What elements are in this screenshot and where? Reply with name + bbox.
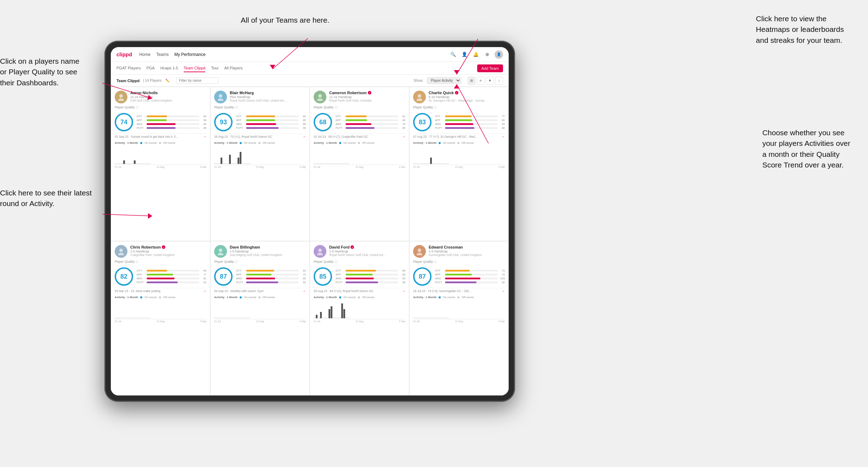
player-card[interactable]: Charlie Quick ✓ 6-10 Handicap St. George… xyxy=(409,87,509,241)
team-header: Team Clippd | 14 Players ✏️ Show: Player… xyxy=(111,75,509,87)
quality-section[interactable]: 83 OTT77 APP80 ARG83 PUTT86 xyxy=(413,113,505,131)
show-label: Show: xyxy=(413,79,423,82)
chart-date-start: 31 Jul xyxy=(214,320,221,323)
chart-date-end: 4 Sep xyxy=(498,166,505,168)
player-name[interactable]: Edward Crossman xyxy=(429,245,505,249)
quality-section[interactable]: 93 OTT84 APP85 ARG88 PUTT95 xyxy=(214,113,306,131)
quality-circle[interactable]: 82 xyxy=(115,267,133,286)
latest-round-arrow: → xyxy=(203,135,206,138)
player-name[interactable]: Dave Billingham xyxy=(230,245,306,249)
quality-circle[interactable]: 74 xyxy=(115,113,133,131)
quality-circle[interactable]: 87 xyxy=(413,267,432,286)
off-course-dot xyxy=(358,142,360,144)
svg-point-2 xyxy=(219,94,222,98)
quality-label: Player Quality ⓘ xyxy=(314,106,405,109)
edit-icon[interactable]: ✏️ xyxy=(165,79,170,82)
tab-tour[interactable]: Tour xyxy=(211,64,218,72)
tab-pgat[interactable]: PGAT Players xyxy=(116,64,141,72)
quality-label: Player Quality ⓘ xyxy=(413,106,505,109)
latest-round[interactable]: 02 Jul 23 · 59 (+17), Craigmillar Park G… xyxy=(314,133,405,139)
chart-area xyxy=(314,146,405,165)
player-name[interactable]: Cameron Robertson ✓ xyxy=(329,91,405,95)
on-course-dot xyxy=(240,296,242,298)
player-name[interactable]: Blair McHarg xyxy=(230,91,306,95)
chart-dates: 31 Jul 21 Aug 4 Sep xyxy=(314,166,405,168)
latest-round[interactable]: 07 Aug 23 · 77 (+7), St George's Hill GC… xyxy=(413,133,505,139)
quality-circle[interactable]: 87 xyxy=(214,267,233,286)
quality-section[interactable]: 82 OTT60 APP77 ARG81 PUTT91 xyxy=(115,267,206,286)
latest-round-arrow: → xyxy=(302,135,306,138)
player-card[interactable]: Cameron Robertson ✓ 11-15 Handicap Royal… xyxy=(310,87,409,241)
latest-round[interactable]: 02 Sep 23 · Sunset round to get back int… xyxy=(115,133,206,139)
filter-input[interactable] xyxy=(176,77,218,84)
latest-round[interactable]: 18 Jul 23 · 74 (+4), Sunningdale GC - Ol… xyxy=(413,288,505,294)
latest-round[interactable]: 26 Aug 23 · 84 (+12), Royal North Devon … xyxy=(314,288,405,294)
player-card[interactable]: Edward Crossman 1-5 Handicap Sunningdale… xyxy=(409,241,509,395)
quality-circle[interactable]: 68 xyxy=(314,113,332,131)
player-card[interactable]: Dave Billingham 1-5 Handicap Soq Maging … xyxy=(210,241,310,395)
quality-circle[interactable]: 93 xyxy=(214,113,233,131)
player-info: Chris Robertson ✓ 1-5 Handicap Craigmill… xyxy=(130,245,206,257)
on-course-dot xyxy=(439,296,441,298)
tab-team-clippd[interactable]: Team Clippd xyxy=(184,64,205,72)
tablet-screen: clippd Home Teams My Performance 🔍 👤 🔔 ⊕… xyxy=(111,47,509,395)
quality-circle[interactable]: 85 xyxy=(314,267,332,286)
player-card[interactable]: Aaron Nicholls 11-15 Handicap Drift Golf… xyxy=(111,87,210,241)
activity-header: Activity · 1 Month On course Off course xyxy=(314,296,405,299)
profile-icon[interactable]: 👤 xyxy=(461,51,468,58)
player-name[interactable]: David Ford ✓ xyxy=(329,245,405,249)
player-card[interactable]: David Ford ✓ 1-5 Handicap Royal North De… xyxy=(310,241,409,395)
activity-section: Activity · 1 Month On course Off course … xyxy=(413,141,505,237)
tab-hcaps[interactable]: Hcaps 1-5 xyxy=(160,64,178,72)
chart-date-start: 31 Jul xyxy=(413,320,420,323)
bell-icon[interactable]: 🔔 xyxy=(472,51,480,58)
activity-label-text: Activity · 1 Month xyxy=(115,296,138,299)
player-info: Dave Billingham 1-5 Handicap Soq Maging … xyxy=(230,245,306,257)
tab-all-players[interactable]: All Players xyxy=(224,64,243,72)
nav-icons: 🔍 👤 🔔 ⊕ 👤 xyxy=(449,50,503,59)
player-name[interactable]: Charlie Quick ✓ xyxy=(429,91,505,95)
quality-section[interactable]: 87 OTT73 APP79 ARG103 PUTT92 xyxy=(413,267,505,286)
annotation-heatmaps: Click here to view theHeatmaps or leader… xyxy=(756,13,844,46)
player-name[interactable]: Chris Robertson ✓ xyxy=(130,245,206,249)
grid-view-button[interactable]: ⊞ xyxy=(468,77,475,85)
tab-pga[interactable]: PGA xyxy=(147,64,155,72)
latest-round[interactable]: 03 Mar 23 · 19, Must make putting → xyxy=(115,288,206,294)
player-header: Chris Robertson ✓ 1-5 Handicap Craigmill… xyxy=(115,245,206,258)
nav-logo[interactable]: clippd xyxy=(116,51,132,57)
quality-section[interactable]: 87 OTT82 APP74 ARG85 PUTT94 xyxy=(214,267,306,286)
latest-round[interactable]: 04 Sep 23 · Mobility with coach, Gym → xyxy=(214,288,306,294)
nav-my-performance[interactable]: My Performance xyxy=(175,51,206,58)
player-card[interactable]: Blair McHarg Plus Handicap Royal North D… xyxy=(210,87,310,241)
activity-section: Activity · 1 Month On course Off course … xyxy=(413,296,505,392)
chart-date-start: 31 Jul xyxy=(214,166,221,168)
quality-bars: OTT84 APP85 ARG88 PUTT95 xyxy=(236,115,306,130)
nav-home[interactable]: Home xyxy=(139,51,150,58)
quality-label: Player Quality ⓘ xyxy=(115,260,206,264)
activity-label-text: Activity · 1 Month xyxy=(314,141,337,144)
chart-date-end: 4 Sep xyxy=(399,166,405,168)
quality-circle[interactable]: 83 xyxy=(413,113,432,131)
quality-section[interactable]: 68 OTT61 APP63 ARG75 PUTT85 xyxy=(314,113,405,131)
svg-point-4 xyxy=(318,94,322,98)
player-club: St. George's Hill GC - Weybridge - Surre… xyxy=(429,99,505,102)
nav-teams[interactable]: Teams xyxy=(156,51,169,58)
search-icon[interactable]: 🔍 xyxy=(449,51,457,58)
sort-button[interactable]: ↕ xyxy=(495,77,503,85)
show-select[interactable]: Player Activity xyxy=(427,77,461,84)
player-card[interactable]: Chris Robertson ✓ 1-5 Handicap Craigmill… xyxy=(111,241,210,395)
settings-icon[interactable]: ⊕ xyxy=(483,51,491,58)
player-name[interactable]: Aaron Nicholls xyxy=(130,91,206,95)
activity-section: Activity · 1 Month On course Off course … xyxy=(214,296,306,392)
player-info: Blair McHarg Plus Handicap Royal North D… xyxy=(230,91,306,102)
quality-section[interactable]: 85 OTT89 APP80 ARG83 PUTT96 xyxy=(314,267,405,286)
quality-section[interactable]: 74 OTT60 APP58 ARG84 PUTT85 xyxy=(115,113,206,131)
latest-round[interactable]: 26 Aug 23 · 73 (+1), Royal North Devon G… xyxy=(214,133,306,139)
player-info: Edward Crossman 1-5 Handicap Sunningdale… xyxy=(429,245,505,257)
filter-button[interactable]: ▼ xyxy=(486,77,494,85)
avatar[interactable]: 👤 xyxy=(495,50,503,59)
team-count: | 14 Players xyxy=(143,79,162,82)
list-view-button[interactable]: ≡ xyxy=(477,77,485,85)
quality-bars: OTT73 APP79 ARG103 PUTT92 xyxy=(435,269,505,284)
add-team-button[interactable]: Add Team xyxy=(477,64,503,72)
